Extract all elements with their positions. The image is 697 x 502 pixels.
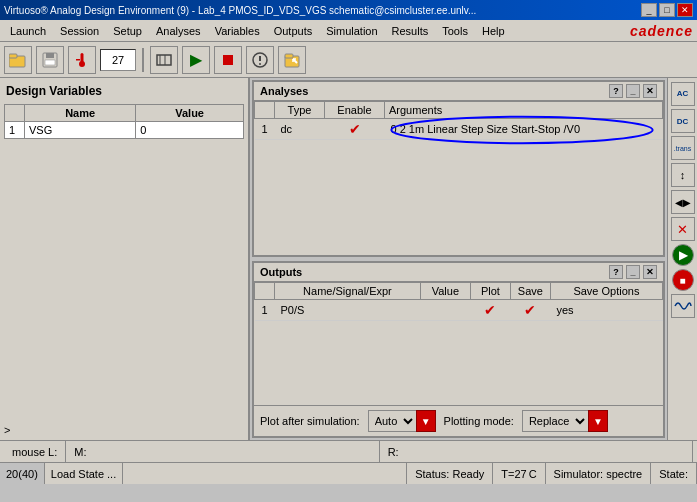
side-btn-stop[interactable]: ■ [672, 269, 694, 291]
toolbar-btn-annotate[interactable] [246, 46, 274, 74]
menu-simulation[interactable]: Simulation [320, 23, 383, 39]
outputs-row-save-options[interactable]: yes [550, 300, 662, 321]
load-state-label[interactable]: Load State ... [51, 468, 116, 480]
outputs-row-name[interactable]: P0/S [275, 300, 421, 321]
analyses-close-button[interactable]: ✕ [643, 84, 657, 98]
side-btn-ac[interactable]: AC [671, 82, 695, 106]
side-run-icon: ▶ [679, 248, 688, 262]
arrow-indicator: > [4, 424, 10, 436]
design-variables-table: Name Value 1 VSG 0 [4, 104, 244, 139]
analyses-row-args[interactable]: 0 2 1m Linear Step Size Start-Stop /V0 [385, 119, 663, 140]
menu-outputs[interactable]: Outputs [268, 23, 319, 39]
toolbar: 27 ▶ ⏹ [0, 42, 697, 78]
side-btn-wave[interactable] [671, 294, 695, 318]
mouse-section: mouse L: [4, 441, 66, 462]
analyses-help-button[interactable]: ? [609, 84, 623, 98]
analyses-header-controls: ? _ ✕ [609, 84, 657, 98]
temperature-input[interactable]: 27 [100, 49, 136, 71]
toolbar-btn-run[interactable]: ▶ [182, 46, 210, 74]
main-content: Design Variables Name Value 1 VSG 0 > [0, 78, 697, 440]
toolbar-btn-temp[interactable] [68, 46, 96, 74]
outputs-col-save: Save [510, 283, 550, 300]
window-title: Virtuoso® Analog Design Environment (9) … [4, 5, 476, 16]
title-bar: Virtuoso® Analog Design Environment (9) … [0, 0, 697, 20]
analyses-row-enable[interactable]: ✔ [325, 119, 385, 140]
toolbar-btn-open-folder[interactable] [4, 46, 32, 74]
col-value-header: Value [136, 105, 244, 122]
side-btn-ac-label: AC [677, 90, 689, 99]
counter-value: 20(40) [6, 468, 38, 480]
plotting-mode-select[interactable]: Replace [522, 410, 589, 432]
outputs-bottom-bar: Plot after simulation: Auto ▼ Plotting m… [254, 405, 663, 436]
menu-analyses[interactable]: Analyses [150, 23, 207, 39]
close-button[interactable]: ✕ [677, 3, 693, 17]
toolbar-btn-stop[interactable]: ⏹ [214, 46, 242, 74]
svg-rect-1 [9, 54, 17, 58]
col-num-header [5, 105, 25, 122]
outputs-row-plot[interactable]: ✔ [470, 300, 510, 321]
outputs-close-button[interactable]: ✕ [643, 265, 657, 279]
menu-help[interactable]: Help [476, 23, 511, 39]
cadence-logo: cadence [630, 23, 693, 39]
toolbar-btn-netlist[interactable] [150, 46, 178, 74]
side-btn-run[interactable]: ▶ [672, 244, 694, 266]
center-panels: Analyses ? _ ✕ Type Enable Arguments [250, 78, 667, 440]
counter-section: 20(40) [0, 463, 45, 484]
load-state-section[interactable]: Load State ... [45, 463, 123, 484]
var-value[interactable]: 0 [136, 122, 244, 139]
menu-variables[interactable]: Variables [209, 23, 266, 39]
side-btn-trans[interactable]: .trans [671, 136, 695, 160]
plot-after-sim-control: Auto ▼ [368, 410, 436, 432]
minimize-button[interactable]: _ [641, 3, 657, 17]
outputs-min-button[interactable]: _ [626, 265, 640, 279]
maximize-button[interactable]: □ [659, 3, 675, 17]
design-variables-title: Design Variables [4, 82, 244, 100]
toolbar-btn-save[interactable] [36, 46, 64, 74]
status-section: Status: Ready [406, 463, 493, 484]
var-name[interactable]: VSG [25, 122, 136, 139]
outputs-col-name: Name/Signal/Expr [275, 283, 421, 300]
outputs-panel: Outputs ? _ ✕ Name/Signal/Expr Value Plo… [252, 261, 665, 438]
side-btn-arrows[interactable]: ↕ [671, 163, 695, 187]
menu-session[interactable]: Session [54, 23, 105, 39]
outputs-help-button[interactable]: ? [609, 265, 623, 279]
side-btn-arrows2[interactable]: ◀▶ [671, 190, 695, 214]
analyses-row-type[interactable]: dc [275, 119, 325, 140]
temp-label: T=27 [501, 468, 526, 480]
toolbar-separator-1 [142, 48, 144, 72]
menu-tools[interactable]: Tools [436, 23, 474, 39]
r-label: R: [388, 446, 399, 458]
svg-point-13 [259, 63, 261, 65]
plot-after-sim-select[interactable]: Auto [368, 410, 417, 432]
col-name-header: Name [25, 105, 136, 122]
outputs-header-controls: ? _ ✕ [609, 265, 657, 279]
menu-setup[interactable]: Setup [107, 23, 148, 39]
side-btn-dc[interactable]: DC [671, 109, 695, 133]
status-bar: mouse L: M: R: [0, 440, 697, 462]
menu-results[interactable]: Results [386, 23, 435, 39]
outputs-col-save-options: Save Options [550, 283, 662, 300]
left-panel-arrow: > [4, 420, 244, 436]
mouse-label: mouse L: [12, 446, 57, 458]
analyses-panel: Analyses ? _ ✕ Type Enable Arguments [252, 80, 665, 257]
side-stop-icon: ■ [679, 275, 685, 286]
outputs-row-save[interactable]: ✔ [510, 300, 550, 321]
plotting-mode-arrow[interactable]: ▼ [588, 410, 608, 432]
m-section: M: [66, 441, 379, 462]
toolbar-btn-open2[interactable] [278, 46, 306, 74]
side-btn-x[interactable]: ✕ [671, 217, 695, 241]
plotting-mode-control: Replace ▼ [522, 410, 608, 432]
outputs-empty-area [254, 321, 663, 405]
analyses-col-enable: Enable [325, 102, 385, 119]
analyses-title: Analyses [260, 85, 308, 97]
plot-after-sim-arrow[interactable]: ▼ [416, 410, 436, 432]
state-label: State: [659, 468, 688, 480]
analyses-min-button[interactable]: _ [626, 84, 640, 98]
simulator-label: Simulator: spectre [554, 468, 643, 480]
analyses-header: Analyses ? _ ✕ [254, 82, 663, 101]
left-panel: Design Variables Name Value 1 VSG 0 > [0, 78, 250, 440]
simulator-section: Simulator: spectre [546, 463, 652, 484]
outputs-col-num [255, 283, 275, 300]
menu-launch[interactable]: Launch [4, 23, 52, 39]
outputs-row-value [420, 300, 470, 321]
